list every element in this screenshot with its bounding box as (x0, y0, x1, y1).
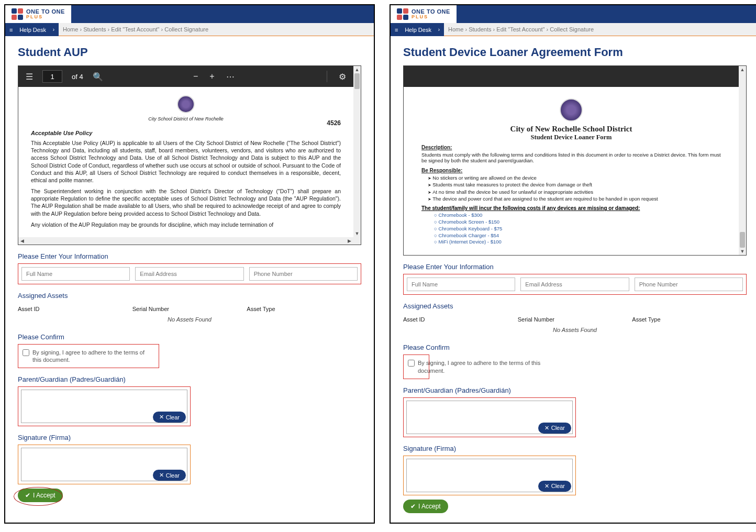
more-icon[interactable]: ⋯ (226, 72, 235, 82)
district-seal-icon (177, 95, 195, 113)
pdf-toolbar: ☰ of 4 🔍 − + ⋯ ⚙ (18, 66, 353, 87)
close-icon: ✕ (544, 483, 549, 490)
check-icon: ✔ (25, 492, 30, 499)
breadcrumb: Home › Students › Edit "Test Account" › … (59, 23, 374, 36)
close-icon: ✕ (159, 472, 164, 479)
pdf-viewer: ☰ of 4 🔍 − + ⋯ ⚙ City School District of… (18, 65, 361, 245)
brand-logo: ONE TO ONE PLUS (391, 5, 457, 23)
help-desk-nav[interactable]: ≡ Help Desk › (391, 23, 444, 36)
zoom-out-icon[interactable]: − (193, 72, 198, 82)
phone-input[interactable] (635, 278, 743, 291)
menu-icon: ≡ (9, 27, 13, 33)
clear-parent-sig-button[interactable]: ✕Clear (538, 423, 571, 434)
chevron-right-icon: › (53, 27, 54, 32)
search-icon[interactable]: 🔍 (93, 72, 103, 82)
cost-list: Chromebook - $300 Chromebook Screen - $1… (434, 212, 721, 246)
no-assets-text: No Assets Found (18, 315, 361, 326)
district-seal-icon (560, 98, 583, 121)
accept-button[interactable]: ✔I Accept (18, 489, 63, 502)
horizontal-scrollbar[interactable]: ◀▶ (18, 237, 353, 245)
close-icon: ✕ (159, 414, 164, 420)
clear-parent-sig-button[interactable]: ✕Clear (153, 412, 186, 423)
pdf-toolbar-placeholder (404, 66, 739, 87)
close-icon: ✕ (544, 425, 549, 431)
check-icon: ✔ (410, 503, 416, 510)
menu-icon: ≡ (395, 27, 398, 33)
help-desk-nav[interactable]: ≡ Help Desk › (5, 23, 59, 36)
clear-sig-button[interactable]: ✕Clear (538, 481, 571, 492)
assets-header: Asset IDSerial NumberAsset Type (403, 313, 747, 326)
full-name-input[interactable] (407, 278, 515, 291)
accept-highlight: ✔I Accept (18, 490, 63, 499)
responsibility-list: No stickers or writing are allowed on th… (428, 174, 721, 202)
zoom-in-icon[interactable]: + (209, 72, 214, 82)
info-inputs (18, 263, 361, 284)
brand-logo: ONE TO ONE PLUS (5, 5, 71, 23)
no-assets-text: No Assets Found (403, 326, 747, 336)
confirm-checkbox[interactable] (23, 349, 29, 356)
parent-signature-pad[interactable]: ✕Clear (18, 386, 191, 426)
pdf-viewer: City of New Rochelle School District Stu… (403, 65, 747, 256)
signature-pad[interactable]: ✕Clear (403, 456, 576, 495)
page-title: Student AUP (18, 46, 361, 59)
right-screenshot: ONE TO ONE PLUS ≡ Help Desk › Home › Stu… (390, 4, 756, 524)
page-number-input[interactable] (42, 70, 62, 83)
left-screenshot: ONE TO ONE PLUS ≡ Help Desk › Home › Stu… (4, 4, 375, 524)
info-section-label: Please Enter Your Information (18, 252, 361, 260)
full-name-input[interactable] (21, 267, 130, 281)
email-input[interactable] (520, 278, 629, 291)
outline-icon[interactable]: ☰ (26, 72, 33, 82)
confirm-box: By signing, I agree to adhere to the ter… (18, 344, 159, 369)
vertical-scrollbar[interactable]: ▲▼ (739, 66, 746, 255)
vertical-scrollbar[interactable]: ▲▼ (353, 66, 361, 237)
assets-header: Asset IDSerial NumberAsset Type (18, 303, 361, 315)
page-title: Student Device Loaner Agreement Form (403, 46, 747, 59)
signature-pad[interactable]: ✕Clear (18, 445, 191, 484)
confirm-checkbox[interactable] (408, 360, 415, 367)
info-inputs (403, 274, 747, 295)
confirm-box: By signing, I agree to adhere to the ter… (403, 354, 429, 379)
breadcrumb: Home › Students › Edit "Test Account" › … (444, 23, 756, 36)
accept-button[interactable]: ✔I Accept (403, 500, 448, 513)
email-input[interactable] (135, 267, 243, 281)
phone-input[interactable] (249, 267, 358, 281)
chevron-right-icon: › (438, 27, 440, 32)
gear-icon[interactable]: ⚙ (339, 72, 346, 82)
parent-signature-pad[interactable]: ✕Clear (403, 397, 576, 437)
clear-sig-button[interactable]: ✕Clear (153, 470, 186, 481)
info-section-label: Please Enter Your Information (403, 263, 747, 271)
